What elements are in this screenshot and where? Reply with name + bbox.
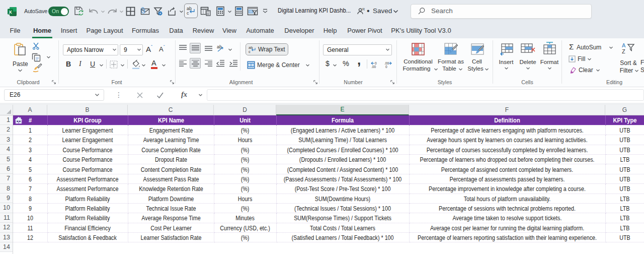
svg-text:c: c: [187, 11, 189, 16]
svg-text:.00: .00: [371, 65, 376, 69]
svg-text:R: R: [362, 8, 365, 11]
svg-text:c: c: [249, 49, 251, 53]
svg-text:A: A: [622, 42, 626, 48]
svg-text:Z: Z: [622, 48, 625, 54]
svg-text:0: 0: [385, 65, 387, 69]
svg-text:X: X: [9, 9, 12, 15]
